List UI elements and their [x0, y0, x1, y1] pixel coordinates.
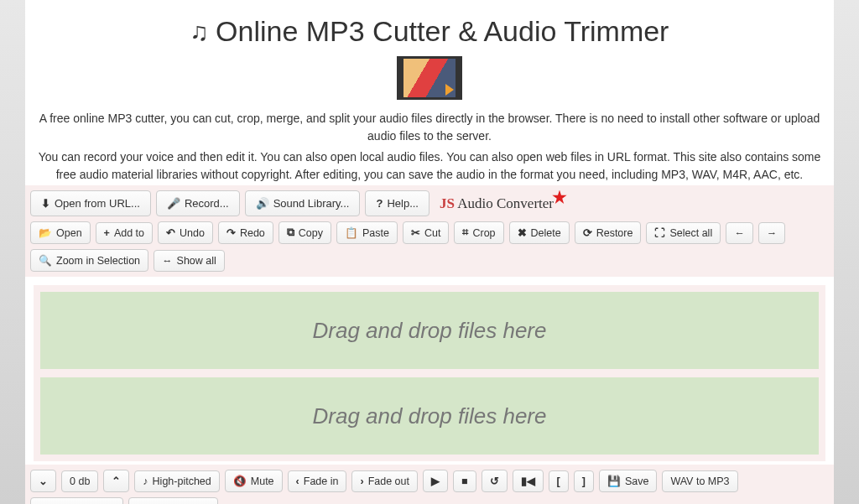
delete-button[interactable]: ✖Delete [509, 221, 570, 244]
select-all-icon: ⛶ [654, 227, 665, 239]
sound-library-label: Sound Library... [273, 197, 350, 210]
paste-label: Paste [362, 227, 389, 239]
fade-out-button[interactable]: ›Fade out [351, 470, 418, 492]
main-panel: ♫ Online MP3 Cutter & Audio Trimmer A fr… [25, 0, 834, 504]
video-thumb-wrap [25, 56, 834, 103]
fade-out-label: Fade out [368, 475, 409, 487]
chevron-up-icon: ⌃ [112, 475, 121, 487]
undo-icon: ↶ [166, 226, 175, 239]
open-label: Open [56, 227, 82, 239]
play-icon: ▶ [431, 475, 440, 487]
open-from-url-button[interactable]: ⬇ Open from URL... [30, 190, 151, 216]
play-button[interactable]: ▶ [423, 470, 448, 492]
primary-toolbar: ⬇ Open from URL... 🎤 Record... 🔊 Sound L… [25, 185, 834, 218]
music-icon: ♫ [190, 18, 210, 46]
high-pitched-label: High-pitched [153, 475, 211, 487]
download-icon: ⬇ [41, 197, 50, 210]
zoom-label: Zoom in Selection [56, 255, 140, 267]
undo-label: Undo [180, 227, 205, 239]
add-to-button[interactable]: +Add to [96, 222, 153, 244]
cut-button[interactable]: ✂Cut [403, 221, 449, 244]
background-right [834, 0, 859, 504]
converter-text: Audio Converter [455, 195, 554, 211]
skip-back-button[interactable]: ▮◀ [513, 470, 544, 492]
page-title: ♫ Online MP3 Cutter & Audio Trimmer [190, 15, 669, 48]
help-button[interactable]: ? Help... [365, 190, 430, 216]
help-label: Help... [387, 197, 419, 210]
crop-button[interactable]: ⌗Crop [454, 221, 503, 244]
open-url-label: Open from URL... [55, 197, 140, 210]
volume-dropdown-button[interactable]: ⌄ [30, 470, 56, 492]
drop-text-2: Drag and drop files here [313, 403, 547, 429]
arrow-left-button[interactable]: ← [726, 222, 753, 244]
stop-icon: ■ [461, 475, 468, 487]
drop-area: Drag and drop files here Drag and drop f… [34, 285, 825, 461]
restore-button[interactable]: ⟳Restore [575, 221, 642, 244]
drop-zone-1[interactable]: Drag and drop files here [40, 292, 819, 369]
cut-icon: ✂ [411, 226, 420, 239]
fade-in-button[interactable]: ‹Fade in [288, 470, 347, 492]
mute-label: Mute [251, 475, 274, 487]
music-converter-button[interactable]: Music Converter [30, 497, 123, 504]
open-button[interactable]: 📂Open [30, 221, 91, 244]
title-text: Online MP3 Cutter & Audio Trimmer [216, 15, 669, 48]
redo-button[interactable]: ↷Redo [218, 221, 273, 244]
bracket-close-button[interactable]: ] [574, 470, 594, 492]
loop-icon: ↺ [490, 475, 499, 487]
speaker-icon: 🔊 [256, 197, 269, 210]
background-left [0, 0, 25, 504]
audio-converter-link[interactable]: JS Audio Converter [435, 195, 559, 212]
sound-library-button[interactable]: 🔊 Sound Library... [245, 190, 361, 216]
js-prefix: JS [440, 195, 455, 211]
redo-icon: ↷ [226, 226, 236, 239]
plus-icon: + [104, 227, 110, 239]
show-all-icon: ↔ [162, 255, 173, 267]
high-pitched-button[interactable]: ♪High-pitched [134, 470, 219, 492]
play-icon [445, 84, 454, 96]
drop-zone-2[interactable]: Drag and drop files here [40, 377, 819, 455]
microphone-icon: 🎤 [167, 197, 180, 210]
select-all-label: Select all [669, 227, 712, 239]
record-button[interactable]: 🎤 Record... [156, 190, 240, 216]
video-thumbnail[interactable] [397, 56, 462, 100]
wav-to-mp3-button[interactable]: WAV to MP3 [662, 470, 737, 492]
arrow-right-button[interactable]: → [758, 222, 786, 244]
show-all-button[interactable]: ↔Show all [154, 250, 225, 272]
paste-button[interactable]: 📋Paste [336, 221, 398, 244]
crop-icon: ⌗ [462, 226, 468, 239]
copy-icon: ⧉ [287, 226, 294, 239]
redo-label: Redo [240, 227, 265, 239]
drop-text-1: Drag and drop files here [313, 318, 547, 344]
fade-out-icon: › [360, 475, 363, 487]
copy-button[interactable]: ⧉Copy [279, 221, 331, 244]
delete-label: Delete [531, 227, 561, 239]
bracket-close-icon: ] [582, 475, 586, 487]
mute-button[interactable]: 🔇Mute [225, 470, 283, 492]
bracket-open-button[interactable]: [ [549, 470, 569, 492]
copy-label: Copy [299, 227, 323, 239]
restore-icon: ⟳ [583, 226, 592, 239]
header: ♫ Online MP3 Cutter & Audio Trimmer [25, 0, 834, 53]
fade-in-icon: ‹ [296, 475, 299, 487]
arrow-left-icon: ← [734, 227, 745, 239]
db-value-button[interactable]: 0 db [61, 470, 98, 492]
stop-button[interactable]: ■ [453, 470, 476, 492]
select-all-button[interactable]: ⛶Select all [646, 222, 721, 244]
undo-button[interactable]: ↶Undo [158, 221, 213, 244]
zoom-in-selection-button[interactable]: 🔍Zoom in Selection [30, 249, 148, 272]
edit-toolbar: 📂Open +Add to ↶Undo ↷Redo ⧉Copy 📋Paste ✂… [25, 218, 834, 277]
loop-button[interactable]: ↺ [482, 470, 508, 492]
high-pitched-icon: ♪ [143, 475, 148, 487]
description-line-1: A free online MP3 cutter, you can cut, c… [25, 108, 834, 147]
add-to-label: Add to [114, 227, 144, 239]
volume-up-button[interactable]: ⌃ [103, 470, 129, 492]
record-voice-button[interactable]: ●Record Voice [128, 497, 218, 504]
show-all-label: Show all [177, 255, 216, 267]
save-button[interactable]: 💾Save [599, 470, 658, 492]
delete-icon: ✖ [518, 226, 527, 239]
bottom-toolbar: ⌄ 0 db ⌃ ♪High-pitched 🔇Mute ‹Fade in ›F… [25, 465, 834, 504]
restore-label: Restore [596, 227, 633, 239]
folder-open-icon: 📂 [39, 226, 52, 239]
question-icon: ? [376, 197, 383, 210]
paste-icon: 📋 [345, 226, 358, 239]
